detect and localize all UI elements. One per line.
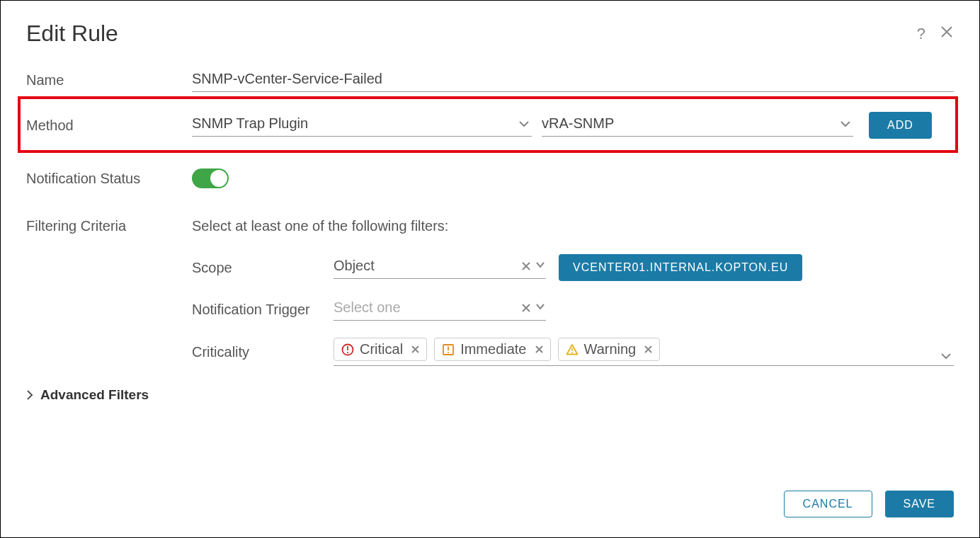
immediate-icon — [442, 343, 455, 356]
filtering-criteria-row: Filtering Criteria Select at least one o… — [26, 218, 954, 372]
notification-trigger-dropdown[interactable]: Select one — [334, 298, 546, 321]
svg-rect-4 — [448, 346, 449, 350]
notification-trigger-row: Notification Trigger Select one — [192, 298, 954, 321]
method-instance-dropdown[interactable]: vRA-SNMP — [542, 114, 853, 137]
method-plugin-dropdown[interactable]: SNMP Trap Plugin — [192, 114, 532, 137]
svg-point-2 — [347, 351, 348, 353]
chip-remove-icon[interactable] — [411, 345, 419, 353]
svg-point-5 — [448, 351, 449, 353]
dialog-header: Edit Rule ? — [26, 21, 954, 47]
name-label: Name — [26, 72, 192, 88]
method-row: Method SNMP Trap Plugin vRA-SNMP ADD — [26, 112, 954, 139]
edit-rule-dialog: Edit Rule ? Name Method SNMP Trap Plugin — [0, 0, 980, 538]
name-input[interactable] — [192, 68, 954, 92]
criticality-chip-warning: Warning — [558, 338, 661, 361]
chip-remove-icon[interactable] — [535, 345, 543, 353]
chevron-down-icon — [536, 262, 545, 270]
method-instance-value: vRA-SNMP — [542, 115, 614, 132]
scope-dropdown[interactable]: Object — [334, 256, 546, 279]
filtering-criteria-label: Filtering Criteria — [26, 218, 192, 234]
chevron-down-icon — [941, 353, 951, 360]
filter-instruction: Select at least one of the following fil… — [192, 218, 954, 234]
help-icon[interactable]: ? — [917, 25, 925, 43]
header-icons: ? — [917, 25, 954, 43]
close-icon[interactable] — [940, 25, 954, 43]
advanced-filters-label: Advanced Filters — [40, 387, 149, 403]
chevron-right-icon — [26, 390, 33, 400]
scope-value: Object — [334, 258, 375, 274]
svg-point-7 — [571, 352, 573, 353]
cancel-button[interactable]: CANCEL — [784, 491, 872, 517]
chip-label: Critical — [360, 341, 403, 357]
toggle-knob — [210, 170, 227, 187]
criticality-label: Criticality — [192, 344, 334, 360]
criticality-chip-immediate: Immediate — [434, 338, 550, 361]
notification-trigger-placeholder: Select one — [334, 299, 401, 316]
chevron-down-icon — [536, 304, 545, 312]
name-row: Name — [26, 68, 954, 92]
dialog-footer: CANCEL SAVE — [784, 491, 954, 517]
notification-trigger-label: Notification Trigger — [192, 302, 334, 318]
chip-label: Immediate — [460, 341, 526, 357]
notification-status-row: Notification Status — [26, 168, 954, 188]
criticality-row: Criticality Critical — [192, 338, 954, 366]
clear-icon[interactable] — [522, 262, 530, 270]
notification-status-toggle[interactable] — [192, 168, 229, 188]
criticality-chip-critical: Critical — [334, 338, 427, 361]
chevron-down-icon — [841, 120, 850, 127]
svg-rect-1 — [347, 346, 348, 350]
criticality-multiselect[interactable]: Critical Immediate — [334, 338, 954, 366]
chip-label: Warning — [584, 341, 637, 357]
warning-icon — [566, 343, 579, 356]
advanced-filters-toggle[interactable]: Advanced Filters — [26, 387, 954, 403]
method-label: Method — [26, 118, 192, 134]
clear-icon[interactable] — [522, 304, 530, 312]
dialog-title: Edit Rule — [26, 21, 118, 47]
critical-icon — [341, 343, 354, 356]
notification-status-label: Notification Status — [26, 171, 192, 187]
chip-remove-icon[interactable] — [644, 345, 652, 353]
add-button[interactable]: ADD — [869, 112, 932, 139]
save-button[interactable]: SAVE — [885, 491, 955, 517]
svg-rect-6 — [571, 348, 573, 351]
chevron-down-icon — [519, 120, 529, 127]
scope-object-pill[interactable]: VCENTER01.INTERNAL.KOPTON.EU — [559, 254, 802, 281]
method-plugin-value: SNMP Trap Plugin — [192, 115, 308, 132]
scope-label: Scope — [192, 260, 334, 276]
scope-row: Scope Object VCENTER01.INTERNAL.KOPTON.E… — [192, 254, 954, 281]
